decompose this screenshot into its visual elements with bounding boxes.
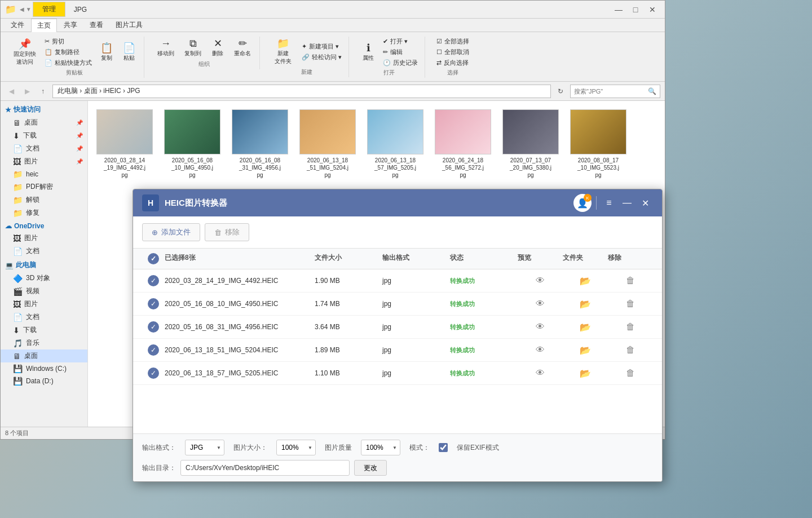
up-button[interactable]: ↑ — [37, 85, 49, 98]
new-item-button[interactable]: ✦新建项目 ▾ — [299, 42, 344, 51]
sidebar-item-video[interactable]: 🎬 视频 — [1, 285, 87, 298]
sidebar-item-desktop2[interactable]: 🖥 桌面 — [1, 349, 87, 362]
sidebar-item-heic[interactable]: 📁 heic — [1, 168, 87, 180]
quality-select[interactable]: 100% 80% 60% — [361, 440, 400, 455]
preview-button-2[interactable]: 👁 — [518, 322, 563, 332]
sidebar-item-3d[interactable]: 🔷 3D 对象 — [1, 272, 87, 285]
paste-button[interactable]: 📄 粘贴 — [119, 41, 139, 64]
delete-button-2[interactable]: 🗑 — [608, 322, 653, 332]
dialog-controls: 👤 K ≡ — ✕ — [573, 194, 653, 212]
maximize-button[interactable]: □ — [628, 3, 643, 16]
sidebar-item-onedrive-docs[interactable]: 📄 文档 — [1, 245, 87, 258]
remove-button[interactable]: 🗑 移除 — [205, 223, 249, 241]
folder-button-3[interactable]: 📂 — [563, 345, 608, 356]
menu-tab-share[interactable]: 共享 — [58, 19, 83, 32]
list-item[interactable]: 2020_06_13_18_57_IMG_5205.jpg — [364, 107, 426, 181]
sidebar-header-quickaccess[interactable]: ★ 快速访问 — [1, 103, 87, 116]
invert-icon: ⇄ — [436, 59, 442, 67]
minimize-button[interactable]: — — [611, 3, 626, 16]
folder-button-4[interactable]: 📂 — [563, 368, 608, 379]
back-button[interactable]: ◀ — [5, 85, 17, 98]
sidebar-item-onedrive-pictures[interactable]: 🖼 图片 — [1, 232, 87, 245]
list-item[interactable]: 2020_06_24_18_56_IMG_5272.jpg — [432, 107, 494, 181]
sidebar-section-quickaccess: ★ 快速访问 🖥 桌面 📌 ⬇ 下载 📌 📄 文档 📌 — [1, 103, 87, 219]
delete-button-3[interactable]: 🗑 — [608, 345, 653, 355]
close-button[interactable]: ✕ — [645, 3, 660, 16]
sidebar-header-onedrive[interactable]: ☁ OneDrive — [1, 220, 87, 232]
delete-button-0[interactable]: 🗑 — [608, 276, 653, 286]
output-path-input[interactable] — [180, 460, 350, 476]
list-item[interactable]: 2020_03_28_14_19_IMG_4492.jpg — [94, 107, 156, 181]
cut-button[interactable]: ✂剪切 — [42, 37, 94, 46]
sidebar-item-d-drive[interactable]: 💾 Data (D:) — [1, 375, 87, 387]
menu-tab-picture-tools[interactable]: 图片工具 — [110, 19, 148, 32]
file-name: 2020_06_24_18_56_IMG_5272.jpg — [442, 157, 484, 179]
search-input[interactable] — [574, 88, 646, 95]
sidebar-item-repair[interactable]: 📁 修复 — [1, 206, 87, 219]
row-status: 转换成功 — [450, 369, 518, 378]
dialog-close-button[interactable]: ✕ — [637, 195, 653, 211]
format-select[interactable]: JPG PNG WEBP — [185, 440, 224, 455]
sidebar-item-pictures[interactable]: 🖼 图片 📌 — [1, 155, 87, 168]
select-all-button[interactable]: ☑全部选择 — [434, 37, 471, 46]
size-select[interactable]: 100% 75% 50% — [276, 440, 316, 455]
exif-checkbox[interactable] — [439, 443, 448, 452]
copy-to-button[interactable]: ⧉ 复制到 — [180, 37, 205, 59]
menu-tab-view[interactable]: 查看 — [84, 19, 109, 32]
list-item[interactable]: 2020_05_16_08_10_IMG_4950.jpg — [161, 107, 223, 181]
preview-button-3[interactable]: 👁 — [518, 345, 563, 355]
preview-button-1[interactable]: 👁 — [518, 299, 563, 309]
sidebar-item-images[interactable]: 🖼 图片 — [1, 298, 87, 311]
preview-button-0[interactable]: 👁 — [518, 276, 563, 286]
dialog-minimize-button[interactable]: — — [619, 195, 635, 211]
list-item[interactable]: 2020_07_13_07_20_IMG_5380.jpg — [500, 107, 562, 181]
move-to-button[interactable]: → 移动到 — [153, 37, 178, 59]
list-item[interactable]: 2020_06_13_18_51_IMG_5204.jpg — [297, 107, 359, 181]
rename-button[interactable]: ✏ 重命名 — [230, 37, 255, 59]
forward-button[interactable]: ▶ — [21, 85, 33, 98]
delete-button-4[interactable]: 🗑 — [608, 368, 653, 378]
folder-button-1[interactable]: 📂 — [563, 299, 608, 309]
invert-selection-button[interactable]: ⇄反向选择 — [434, 58, 471, 68]
folder-button-2[interactable]: 📂 — [563, 322, 608, 333]
add-file-button[interactable]: ⊕ 添加文件 — [142, 223, 200, 241]
sidebar-item-c-drive[interactable]: 💾 Windows (C:) — [1, 362, 87, 375]
sidebar-item-pdf[interactable]: 📁 PDF解密 — [1, 180, 87, 193]
sidebar-item-docs[interactable]: 📄 文档 📌 — [1, 142, 87, 155]
list-item[interactable]: 2020_05_16_08_31_IMG_4956.jpg — [229, 107, 291, 181]
properties-button[interactable]: ℹ 属性 — [358, 41, 378, 64]
folder-button-0[interactable]: 📂 — [563, 276, 608, 286]
delete-button[interactable]: ✕ 删除 — [208, 37, 228, 59]
easy-access-button[interactable]: 🔗轻松访问 ▾ — [299, 52, 344, 62]
sidebar-item-dl[interactable]: ⬇ 下载 — [1, 324, 87, 337]
sidebar-item-music[interactable]: 🎵 音乐 — [1, 337, 87, 349]
deselect-all-button[interactable]: ☐全部取消 — [434, 47, 471, 57]
change-path-button[interactable]: 更改 — [354, 460, 387, 476]
sidebar-item-documents[interactable]: 📄 文档 — [1, 311, 87, 324]
sidebar-item-downloads[interactable]: ⬇ 下载 📌 — [1, 129, 87, 142]
menu-tab-file[interactable]: 文件 — [5, 19, 30, 32]
sidebar-header-thispc[interactable]: 💻 此电脑 — [1, 259, 87, 272]
history-button[interactable]: 🕐历史记录 — [381, 58, 420, 68]
open-button[interactable]: ✔打开 ▾ — [381, 37, 420, 46]
copy-path-button[interactable]: 📋复制路径 — [42, 47, 94, 57]
sidebar-item-desktop[interactable]: 🖥 桌面 📌 — [1, 116, 87, 129]
dialog-menu-button[interactable]: ≡ — [601, 195, 617, 211]
dialog-avatar[interactable]: 👤 K — [573, 194, 592, 212]
edit-button[interactable]: ✏编辑 — [381, 47, 420, 57]
address-path[interactable]: 此电脑 › 桌面 › iHEIC › JPG — [52, 85, 551, 98]
jpg-tab[interactable]: JPG — [67, 3, 94, 16]
delete-button-1[interactable]: 🗑 — [608, 299, 653, 309]
manage-tab[interactable]: 管理 — [33, 2, 65, 17]
paste-shortcut-icon: 📄 — [45, 59, 52, 67]
copy-button[interactable]: 📋 复制 — [96, 41, 117, 64]
list-item[interactable]: 2020_08_08_17_10_IMG_5523.jpg — [567, 107, 629, 181]
pin-quick-access-button[interactable]: 📌 固定到快速访问 — [10, 37, 40, 68]
preview-button-4[interactable]: 👁 — [518, 368, 563, 378]
refresh-button[interactable]: ↻ — [554, 85, 567, 98]
paste-shortcut-button[interactable]: 📄粘贴快捷方式 — [42, 58, 94, 68]
organize-label: 组织 — [198, 60, 210, 68]
menu-tab-home[interactable]: 主页 — [31, 19, 57, 32]
new-folder-button[interactable]: 📁 新建文件夹 — [269, 37, 297, 67]
sidebar-item-unlock[interactable]: 📁 解锁 — [1, 193, 87, 206]
